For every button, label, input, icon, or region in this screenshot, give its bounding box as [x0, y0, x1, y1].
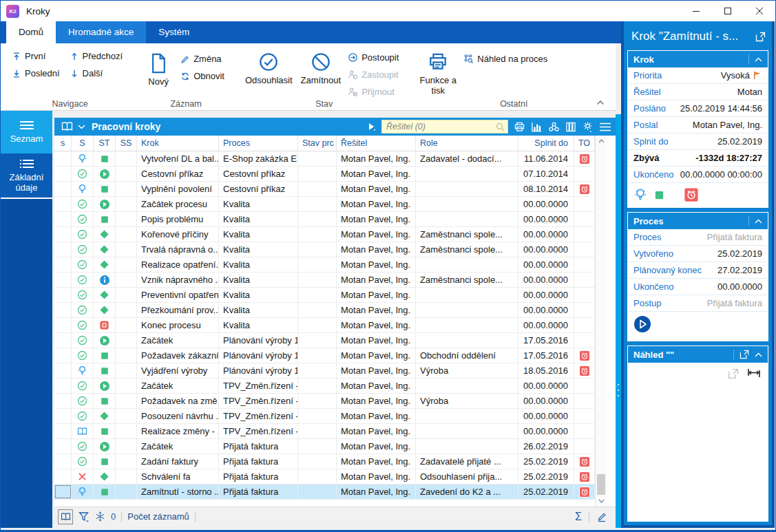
close-button[interactable]: [744, 1, 775, 21]
table-row[interactable]: Popis problémuKvalitaMotan Pavel, Ing.00…: [54, 212, 595, 227]
table-row[interactable]: Vyplnění povoleníCestovní příkazMotan Pa…: [54, 182, 595, 197]
book-view-button[interactable]: [58, 509, 73, 524]
table-row[interactable]: Konec procesuKvalitaMotan Pavel, Ing.00.…: [54, 318, 595, 333]
panel-field-row[interactable]: PoslalMotan Pavel, Ing.: [628, 117, 768, 134]
tab-system[interactable]: Systém: [146, 21, 202, 43]
col-header-splnit-do[interactable]: Splnit do: [518, 136, 574, 151]
process-play-button[interactable]: [633, 315, 651, 333]
table-row[interactable]: Kořenové příčinyKvalitaMotan Pavel, Ing.…: [54, 227, 595, 242]
filter-run-icon[interactable]: [368, 123, 376, 131]
table-row[interactable]: Trvalá nápravná o...KvalitaMotan Pavel, …: [54, 242, 595, 257]
reject-button[interactable]: Zamítnout: [297, 47, 346, 87]
col-header-role[interactable]: Role: [416, 136, 518, 151]
web-cluster-icon[interactable]: [548, 122, 560, 132]
cell-stav-prc: [298, 424, 337, 438]
tab-hromadne-akce[interactable]: Hromadné akce: [56, 21, 146, 43]
refresh-button[interactable]: Obnovit: [178, 67, 227, 85]
open-external-icon[interactable]: [740, 350, 749, 359]
col-header-to[interactable]: TO: [574, 136, 595, 151]
chevron-down-icon[interactable]: [78, 125, 85, 129]
substitute-button[interactable]: Zastoupit: [345, 66, 401, 83]
sidebar-item-seznam[interactable]: Seznam: [1, 111, 52, 153]
snowflake-icon[interactable]: [95, 511, 105, 522]
table-row[interactable]: Začátek procesuKvalitaMotan Pavel, Ing.0…: [54, 197, 595, 212]
col-header-resitel[interactable]: Řešitel: [337, 136, 416, 151]
filter-search-input[interactable]: [386, 122, 496, 131]
table-row[interactable]: Požadavek zákazní...Plánování výroby 1..…: [54, 348, 595, 363]
open-external-icon[interactable]: [755, 32, 766, 42]
process-preview-button[interactable]: Náhled na proces: [461, 50, 550, 67]
card-nahled-header[interactable]: Náhled "": [628, 346, 768, 363]
card-proces-header[interactable]: Proces: [628, 213, 768, 229]
collapse-chevron-icon[interactable]: [755, 352, 762, 357]
table-row[interactable]: Posouzení návrhu ...TPV_Změn.řízení - ..…: [54, 409, 595, 424]
scroll-down-icon[interactable]: [596, 496, 607, 507]
table-row[interactable]: Požadavek na změ...TPV_Změn.řízení - ...…: [54, 394, 595, 409]
minimize-button[interactable]: [680, 1, 712, 21]
panel-field-row[interactable]: Splnit do25.02.2019: [628, 134, 768, 150]
panel-field-row[interactable]: Zbývá-1332d 18:27:27: [628, 150, 768, 167]
vertical-scrollbar[interactable]: [595, 136, 607, 507]
fit-width-icon[interactable]: [747, 368, 761, 379]
table-row[interactable]: Cestovní příkazCestovní příkazMotan Pave…: [54, 167, 595, 182]
table-row[interactable]: Přezkoumání prov...KvalitaMotan Pavel, I…: [54, 303, 595, 318]
print-icon[interactable]: [514, 122, 525, 132]
ribbon-collapse-button[interactable]: [596, 97, 605, 107]
panel-field-row[interactable]: Vytvořeno25.02.2019: [628, 246, 768, 262]
settings-gear-icon[interactable]: [582, 121, 594, 132]
sum-sigma-icon[interactable]: Σ: [575, 511, 582, 523]
table-row[interactable]: Vznik nápravného ...KvalitaMotan Pavel, …: [54, 273, 595, 288]
scroll-up-icon[interactable]: [596, 136, 607, 147]
edit-pencil-icon[interactable]: [596, 511, 607, 522]
table-row[interactable]: Realizace změny - ...TPV_Změn.řízení - .…: [54, 424, 595, 439]
col-header-S[interactable]: S: [72, 136, 94, 151]
panel-field-row[interactable]: Ukončeno00.00.0000 00:00:00: [628, 167, 768, 183]
change-button[interactable]: Změna: [178, 50, 227, 67]
maximize-button[interactable]: [712, 1, 744, 21]
scrollbar-thumb[interactable]: [597, 474, 605, 495]
table-row[interactable]: Vytvoření DL a bal...E-Shop zakázka ES..…: [54, 151, 595, 167]
functions-print-button[interactable]: Funkce a tisk: [415, 47, 461, 97]
panel-field-row[interactable]: Plánovaný konec27.02.2019: [628, 262, 768, 279]
table-row[interactable]: Realizace opatření...KvalitaMotan Pavel,…: [54, 257, 595, 273]
col-header-s[interactable]: s: [54, 136, 72, 151]
table-row[interactable]: ZačátekPlánování výroby 1...Motan Pavel,…: [54, 333, 595, 348]
chart-icon[interactable]: [531, 122, 543, 132]
new-button[interactable]: Nový: [139, 49, 178, 88]
col-header-SS[interactable]: SS: [116, 136, 137, 151]
sidebar-item-zakladni-udaje[interactable]: Základní údaje: [1, 153, 52, 199]
col-header-krok[interactable]: Krok: [137, 136, 219, 151]
approve-button[interactable]: Odsouhlasit: [241, 47, 297, 87]
panel-field-row[interactable]: PostupPřijatá faktura: [628, 295, 768, 312]
panel-field-row[interactable]: PrioritaVysoká: [628, 67, 768, 84]
panel-field-row[interactable]: ProcesPřijatá faktura: [628, 229, 768, 246]
table-row[interactable]: Zamítnutí - storno ...Přijatá fakturaMot…: [54, 485, 595, 500]
columns-icon[interactable]: [565, 122, 576, 132]
forward-button[interactable]: Postoupit: [345, 49, 401, 66]
panel-field-row[interactable]: Ukončeno00.00.0000: [628, 279, 768, 295]
table-row[interactable]: ZačátekPřijatá fakturaMotan Pavel, Ing.2…: [54, 439, 595, 454]
table-row[interactable]: Schválení faPřijatá fakturaMotan Pavel, …: [54, 469, 595, 485]
collapse-chevron-icon[interactable]: [755, 219, 762, 224]
panel-splitter[interactable]: [616, 114, 621, 528]
table-row[interactable]: Zadání fakturyPřijatá fakturaMotan Pavel…: [54, 454, 595, 469]
accept-button[interactable]: Přijmout: [345, 83, 401, 100]
book-icon[interactable]: [61, 122, 73, 131]
next-button[interactable]: Další: [67, 65, 126, 82]
collapse-chevron-icon[interactable]: [755, 57, 762, 62]
filter-icon[interactable]: [78, 511, 90, 522]
previous-button[interactable]: Předchozí: [67, 47, 126, 65]
col-header-proces[interactable]: Proces: [219, 136, 298, 151]
col-header-stav-prc[interactable]: Stav prc: [298, 136, 337, 151]
last-button[interactable]: Poslední: [9, 65, 63, 82]
first-button[interactable]: První: [9, 47, 63, 65]
panel-field-row[interactable]: ŘešitelMotan: [628, 84, 768, 100]
table-row[interactable]: Vyjádření výrobyPlánování výroby 1...Mot…: [54, 363, 595, 379]
tab-domu[interactable]: Domů: [6, 21, 56, 43]
card-krok-header[interactable]: Krok: [628, 51, 768, 67]
table-row[interactable]: Preventivní opatřeníKvalitaMotan Pavel, …: [54, 288, 595, 303]
panel-field-row[interactable]: Posláno25.02.2019 14:44:56: [628, 100, 768, 117]
table-row[interactable]: ZačátekTPV_Změn.řízení - ...Motan Pavel,…: [54, 379, 595, 394]
menu-hamburger-icon[interactable]: [599, 123, 611, 131]
col-header-ST[interactable]: ST: [94, 136, 116, 151]
